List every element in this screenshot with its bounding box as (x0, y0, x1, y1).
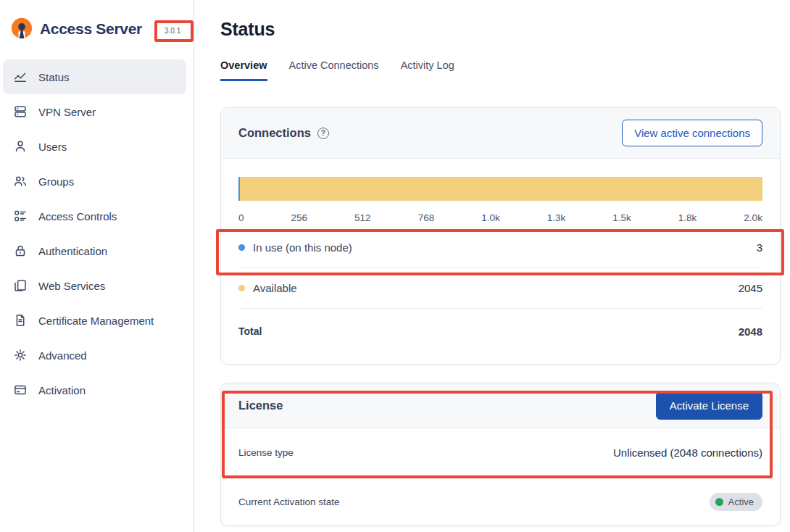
sidebar-item-groups[interactable]: Groups (3, 164, 186, 199)
brand: Access Server 3.0.1 (0, 0, 194, 54)
stat-label-text: In use (on this node) (253, 241, 352, 254)
activate-license-button[interactable]: Activate License (656, 391, 762, 420)
sidebar-item-label: Web Services (38, 280, 105, 292)
available-value: 2045 (739, 282, 762, 294)
server-icon (13, 104, 28, 119)
license-card: License Activate License License type Un… (220, 383, 781, 526)
sidebar-item-advanced[interactable]: Advanced (3, 338, 186, 373)
x-axis-tick-label: 1.0k (481, 212, 500, 224)
brand-name: Access Server (40, 20, 142, 38)
x-axis-tick-label: 1.5k (612, 212, 631, 224)
sidebar-item-activation[interactable]: Activation (3, 373, 186, 407)
x-axis-tick-label: 1.3k (547, 212, 566, 224)
bar-segment-available (240, 177, 762, 201)
total-value: 2048 (739, 325, 762, 338)
sidebar-item-vpn-server[interactable]: VPN Server (3, 94, 186, 129)
x-axis-tick-label: 256 (291, 212, 308, 224)
license-card-title: License (238, 399, 283, 412)
tab-bar: Overview Active Connections Activity Log (220, 59, 790, 81)
connections-card: Connections View active connections 0256… (220, 107, 781, 365)
sidebar-item-label: Activation (38, 384, 86, 396)
sidebar-item-label: Status (38, 71, 70, 83)
tab-overview[interactable]: Overview (220, 59, 267, 81)
main-content: Status Overview Active Connections Activ… (195, 0, 790, 532)
certificate-file-icon (13, 313, 28, 328)
sidebar-item-web-services[interactable]: Web Services (3, 268, 186, 303)
x-axis-tick-label: 768 (418, 212, 435, 224)
activation-state-row: Current Activation state Active (238, 478, 762, 525)
status-badge: Active (710, 493, 762, 511)
in-use-value: 3 (757, 241, 762, 254)
sidebar-item-status[interactable]: Status (3, 59, 186, 94)
activation-card-icon (13, 383, 28, 397)
gear-icon (13, 348, 28, 362)
stacked-bar (238, 177, 762, 201)
sidebar-item-certificate-management[interactable]: Certificate Management (3, 303, 186, 338)
sidebar-item-label: Advanced (38, 349, 87, 362)
user-icon (13, 139, 28, 154)
sidebar-item-authentication[interactable]: Authentication (3, 233, 186, 268)
x-axis-tick-label: 2.0k (744, 212, 762, 224)
sidebar-item-users[interactable]: Users (3, 129, 186, 164)
tab-activity-log[interactable]: Activity Log (401, 59, 454, 81)
license-type-label: License type (238, 447, 294, 458)
stat-label-text: Available (253, 282, 297, 294)
available-legend-dot (238, 285, 245, 291)
connections-card-title: Connections (238, 126, 311, 140)
lock-icon (13, 244, 28, 258)
active-status-dot-icon (715, 498, 723, 506)
stat-label-text: Total (238, 325, 262, 337)
stat-row-total: Total 2048 (238, 309, 762, 354)
version-badge: 3.0.1 (165, 27, 180, 35)
view-active-connections-button[interactable]: View active connections (622, 120, 762, 146)
users-group-icon (13, 174, 28, 188)
sidebar: Access Server 3.0.1 Status VPN Server Us… (0, 0, 194, 532)
x-axis-tick-label: 512 (354, 212, 371, 224)
sidebar-item-label: Access Controls (38, 210, 117, 223)
browser-windows-icon (13, 278, 28, 293)
list-checks-icon (13, 209, 28, 223)
license-type-row: License type Unlicensed (2048 connection… (238, 428, 762, 478)
status-badge-text: Active (728, 496, 754, 507)
activation-state-label: Current Activation state (238, 496, 340, 507)
help-circle-icon[interactable] (317, 128, 329, 139)
sidebar-item-label: VPN Server (38, 106, 96, 118)
connections-stat-rows: In use (on this node) 3 Available 2045 T… (221, 228, 780, 364)
stat-row-in-use: In use (on this node) 3 (238, 228, 762, 268)
in-use-legend-dot (238, 244, 245, 251)
sidebar-item-label: Users (38, 141, 67, 153)
sidebar-item-label: Authentication (38, 245, 107, 257)
x-axis-tick-label: 0 (238, 212, 244, 224)
sidebar-item-access-controls[interactable]: Access Controls (3, 199, 186, 233)
license-type-value: Unlicensed (2048 connections) (613, 446, 762, 459)
status-chart-icon (13, 70, 28, 84)
sidebar-nav: Status VPN Server Users Groups Access Co… (0, 54, 194, 407)
connections-bar-chart: 02565127681.0k1.3k1.5k1.8k2.0k (221, 159, 780, 224)
tab-active-connections[interactable]: Active Connections (289, 59, 379, 81)
x-axis-ticks: 02565127681.0k1.3k1.5k1.8k2.0k (238, 212, 762, 224)
sidebar-item-label: Groups (38, 175, 74, 188)
sidebar-item-label: Certificate Management (38, 315, 154, 327)
x-axis-tick-label: 1.8k (678, 212, 697, 224)
license-card-header: License Activate License (221, 383, 780, 428)
stat-row-available: Available 2045 (238, 268, 762, 309)
connections-card-header: Connections View active connections (221, 108, 780, 159)
openvpn-logo-icon (9, 16, 35, 42)
page-title: Status (220, 19, 790, 40)
